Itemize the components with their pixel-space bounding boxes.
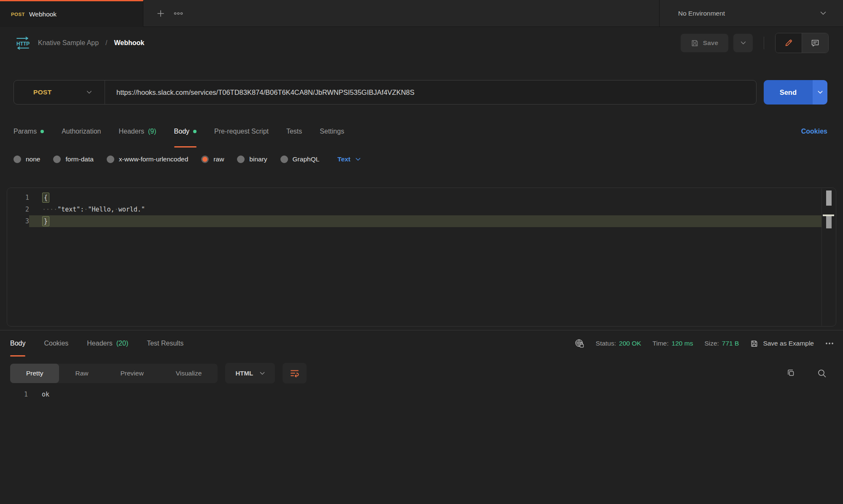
radio-circle-selected <box>201 155 209 163</box>
request-actions: Save <box>681 33 829 53</box>
tab-headers[interactable]: Headers (9) <box>119 115 156 147</box>
params-active-dot <box>40 130 44 133</box>
globe-lock-icon <box>574 338 584 349</box>
chevron-down-icon <box>818 91 823 94</box>
editor-overview-ruler <box>821 188 835 326</box>
method-label: POST <box>33 88 51 96</box>
body-type-selector: none form-data x-www-form-urlencoded raw… <box>0 151 843 168</box>
view-raw[interactable]: Raw <box>59 364 104 383</box>
response-meta: Status: 200 OK Time: 120 ms Size: 771 B … <box>574 338 834 349</box>
breadcrumb-collection[interactable]: Knative Sample App <box>38 39 99 47</box>
breadcrumb: HTTP Knative Sample App / Webhook <box>14 36 144 50</box>
tab-strip: POST Webhook No Environment <box>0 0 843 27</box>
search-icon <box>817 368 827 378</box>
view-visualize[interactable]: Visualize <box>160 364 218 383</box>
time-indicator: Time: 120 ms <box>652 340 693 347</box>
more-options-icon <box>825 342 834 345</box>
language-selector[interactable]: Text <box>337 155 361 163</box>
tab-options-button[interactable] <box>170 0 187 27</box>
url-bar-row: POST Send <box>0 80 843 105</box>
code-line-content: { <box>29 192 822 204</box>
radio-form-data[interactable]: form-data <box>53 155 93 163</box>
tab-label: Headers <box>119 128 144 135</box>
tab-authorization[interactable]: Authorization <box>62 115 101 147</box>
tab-pre-request-script[interactable]: Pre-request Script <box>214 115 269 147</box>
save-icon <box>750 340 758 348</box>
cookies-link[interactable]: Cookies <box>801 128 827 135</box>
tab-body[interactable]: Body <box>174 115 197 147</box>
radio-graphql[interactable]: GraphQL <box>280 155 320 163</box>
headers-count: (9) <box>148 128 156 135</box>
breadcrumb-request-name[interactable]: Webhook <box>114 39 145 47</box>
http-badge-icon: HTTP <box>14 36 31 50</box>
json-key: "text": <box>57 206 84 213</box>
send-label: Send <box>780 88 797 97</box>
send-button-main[interactable]: Send <box>764 80 813 105</box>
body-active-dot <box>193 130 197 133</box>
comments-button[interactable] <box>802 33 828 53</box>
time-value: 120 ms <box>672 340 693 347</box>
view-pretty[interactable]: Pretty <box>10 364 59 383</box>
response-options-button[interactable] <box>825 342 834 345</box>
radio-binary[interactable]: binary <box>237 155 267 163</box>
response-tab-cookies[interactable]: Cookies <box>44 330 68 357</box>
copy-button[interactable] <box>786 368 796 378</box>
json-value-part: "Hello, <box>88 206 114 213</box>
status-label: Status: <box>596 340 616 347</box>
chevron-down-icon <box>86 91 92 94</box>
tab-tests[interactable]: Tests <box>286 115 302 147</box>
breadcrumb-separator: / <box>105 39 107 47</box>
tab-label: Tests <box>286 128 302 135</box>
chevron-down-icon <box>356 158 361 161</box>
response-body[interactable]: 1 ok <box>0 391 843 398</box>
method-selector[interactable]: POST <box>14 80 105 104</box>
request-body-editor[interactable]: 1 { 2 ····"text":·"Hello,·world." 3 } <box>7 188 836 327</box>
radio-label: GraphQL <box>293 155 320 163</box>
save-as-example-button[interactable]: Save as Example <box>750 340 814 348</box>
send-button: Send <box>764 80 827 105</box>
response-tab-test-results[interactable]: Test Results <box>147 330 183 357</box>
code-line-2: 2 ····"text":·"Hello,·world." <box>7 204 836 215</box>
comment-icon <box>811 38 820 48</box>
save-options-button[interactable] <box>733 34 753 52</box>
environment-selector[interactable]: No Environment <box>659 0 843 27</box>
edit-mode-button[interactable] <box>776 33 802 53</box>
save-button[interactable]: Save <box>681 34 728 52</box>
chevron-down-icon <box>820 11 826 15</box>
response-tab-body[interactable]: Body <box>10 330 25 357</box>
radio-circle <box>107 155 114 163</box>
tab-label: Body <box>10 340 25 347</box>
send-options-button[interactable] <box>813 80 827 105</box>
radio-circle <box>237 155 245 163</box>
radio-raw[interactable]: raw <box>201 155 224 163</box>
code-line-1: 1 { <box>7 192 836 204</box>
size-value: 771 B <box>722 340 739 347</box>
cursor-marker-bar <box>826 216 832 228</box>
request-tab-method: POST <box>11 12 25 17</box>
new-tab-button[interactable] <box>152 0 170 27</box>
time-label: Time: <box>652 340 668 347</box>
format-selector[interactable]: HTML <box>225 363 275 383</box>
radio-none[interactable]: none <box>13 155 40 163</box>
language-label: Text <box>337 155 350 163</box>
tab-label: Pre-request Script <box>214 128 269 135</box>
radio-circle <box>280 155 288 163</box>
tab-params[interactable]: Params <box>13 115 44 147</box>
network-info-button[interactable] <box>574 338 584 349</box>
search-button[interactable] <box>817 368 827 378</box>
view-preview[interactable]: Preview <box>105 364 160 383</box>
whitespace-dot: · <box>84 206 88 213</box>
scrollbar-thumb[interactable] <box>826 190 832 206</box>
breadcrumb-row: HTTP Knative Sample App / Webhook Save <box>0 27 843 59</box>
radio-circle <box>13 155 21 163</box>
postman-app: { "tabbar": { "method": "POST", "title":… <box>0 0 843 504</box>
tab-settings[interactable]: Settings <box>320 115 344 147</box>
wrap-line-button[interactable] <box>283 363 307 383</box>
divider <box>764 37 764 49</box>
whitespace-dots: ···· <box>42 206 57 213</box>
response-tab-headers[interactable]: Headers (20) <box>87 330 128 357</box>
url-input[interactable] <box>105 88 756 97</box>
request-tab[interactable]: POST Webhook <box>0 0 143 27</box>
radio-label: none <box>26 155 40 163</box>
radio-x-www-form-urlencoded[interactable]: x-www-form-urlencoded <box>107 155 189 163</box>
